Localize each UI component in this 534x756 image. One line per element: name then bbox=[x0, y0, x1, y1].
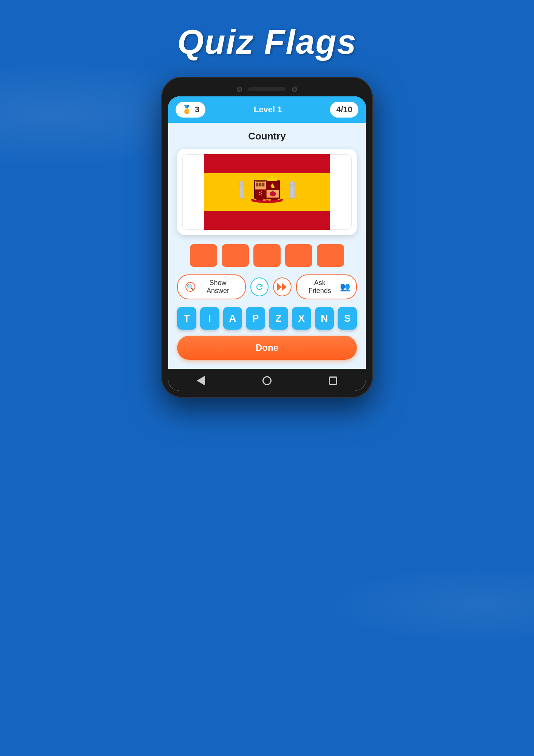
svg-marker-22 bbox=[277, 283, 282, 291]
magnify-icon: 🔍 bbox=[185, 282, 195, 292]
score-badge: 🥇 3 bbox=[176, 102, 205, 118]
phone-bottom-nav bbox=[168, 369, 366, 391]
done-button[interactable]: Done bbox=[177, 336, 357, 360]
svg-text:⛓: ⛓ bbox=[258, 191, 263, 196]
answer-box-4 bbox=[285, 244, 312, 267]
letter-key-S[interactable]: S bbox=[338, 307, 357, 330]
svg-rect-11 bbox=[262, 183, 265, 186]
page-title: Quiz Flags bbox=[0, 0, 534, 77]
refresh-button[interactable] bbox=[250, 277, 269, 296]
svg-point-20 bbox=[267, 179, 277, 181]
show-answer-label: Show Answer bbox=[198, 279, 238, 295]
home-button[interactable] bbox=[262, 376, 272, 385]
phone-frame: 🥇 3 Level 1 4/10 Country bbox=[161, 77, 373, 398]
svg-point-6 bbox=[290, 181, 295, 186]
answer-box-2 bbox=[222, 244, 249, 267]
screen-content: Country bbox=[168, 123, 366, 369]
back-button[interactable] bbox=[197, 376, 205, 386]
answer-box-3 bbox=[253, 244, 281, 267]
phone-camera-right bbox=[292, 87, 297, 92]
score-value: 3 bbox=[195, 105, 199, 115]
flag-container: ♞ ⛓ bbox=[177, 149, 357, 235]
letter-keyboard: T I A P Z X N S bbox=[177, 307, 357, 330]
svg-text:ESPAÑA: ESPAÑA bbox=[263, 199, 271, 201]
action-row: 🔍 Show Answer bbox=[177, 274, 357, 299]
skip-icon bbox=[277, 283, 287, 291]
letter-key-I[interactable]: I bbox=[200, 307, 219, 330]
svg-point-4 bbox=[239, 181, 244, 186]
spain-flag: ♞ ⛓ bbox=[182, 154, 352, 230]
phone-screen: 🥇 3 Level 1 4/10 Country bbox=[168, 96, 366, 391]
refresh-icon bbox=[255, 282, 264, 291]
ask-friends-button[interactable]: Ask Friends 👥 bbox=[296, 274, 357, 299]
letter-key-Z[interactable]: Z bbox=[269, 307, 288, 330]
recents-button[interactable] bbox=[329, 376, 337, 385]
page-background: Quiz Flags 🥇 3 Level 1 4/10 Country bbox=[0, 0, 534, 398]
friends-icon: 👥 bbox=[340, 282, 350, 292]
svg-rect-10 bbox=[259, 183, 262, 186]
svg-rect-2 bbox=[204, 211, 330, 230]
svg-point-17 bbox=[270, 191, 276, 196]
progress-badge: 4/10 bbox=[330, 102, 358, 118]
phone-speaker bbox=[248, 87, 286, 91]
answer-box-5 bbox=[317, 244, 344, 267]
medal-icon: 🥇 bbox=[182, 105, 192, 115]
app-header: 🥇 3 Level 1 4/10 bbox=[168, 96, 366, 123]
letter-key-X[interactable]: X bbox=[292, 307, 311, 330]
letter-key-P[interactable]: P bbox=[246, 307, 265, 330]
phone-camera bbox=[237, 87, 242, 92]
answer-boxes bbox=[177, 244, 357, 267]
letter-key-N[interactable]: N bbox=[315, 307, 334, 330]
category-label: Country bbox=[177, 130, 357, 142]
show-answer-button[interactable]: 🔍 Show Answer bbox=[177, 274, 246, 299]
svg-marker-23 bbox=[282, 283, 287, 291]
answer-box-1 bbox=[190, 244, 217, 267]
svg-rect-0 bbox=[204, 154, 330, 173]
svg-text:♞: ♞ bbox=[270, 183, 275, 189]
level-label: Level 1 bbox=[254, 105, 282, 115]
ask-friends-label: Ask Friends bbox=[303, 279, 337, 295]
svg-rect-8 bbox=[256, 181, 265, 182]
letter-key-T[interactable]: T bbox=[177, 307, 196, 330]
phone-top-bar bbox=[168, 84, 366, 96]
letter-key-A[interactable]: A bbox=[223, 307, 242, 330]
svg-rect-9 bbox=[256, 183, 259, 186]
skip-button[interactable] bbox=[273, 277, 291, 296]
